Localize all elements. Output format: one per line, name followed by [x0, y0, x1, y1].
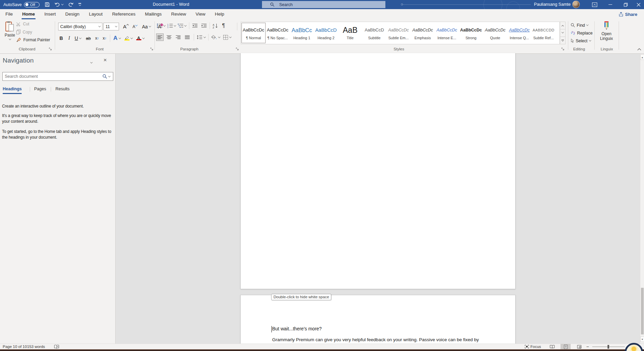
justify-button[interactable]: [184, 33, 191, 41]
tab-file[interactable]: File: [1, 9, 18, 19]
scroll-down-button[interactable]: ▼: [640, 336, 644, 342]
style-emphasis[interactable]: AaBbCcDcEmphasis: [411, 23, 435, 43]
tab-review[interactable]: Review: [166, 9, 191, 19]
grow-font-button[interactable]: A: [123, 24, 128, 29]
clipboard-dialog-launcher[interactable]: [48, 47, 52, 51]
customize-quick-access-button[interactable]: [76, 0, 84, 9]
tab-layout[interactable]: Layout: [84, 9, 108, 19]
focus-mode-button[interactable]: Focus: [525, 344, 541, 349]
change-case-button[interactable]: Aa: [142, 24, 151, 29]
zoom-slider-thumb[interactable]: [607, 345, 609, 349]
share-button[interactable]: Share: [619, 9, 637, 19]
redo-button[interactable]: [66, 0, 76, 9]
style-intense-quote[interactable]: AaBbCcDcIntense Q...: [507, 23, 532, 43]
style-heading-2[interactable]: AaBbCcDHeading 2: [314, 23, 338, 43]
navigation-search-button[interactable]: [99, 72, 113, 80]
tab-design[interactable]: Design: [61, 9, 84, 19]
find-button[interactable]: Find: [571, 22, 593, 28]
style-title[interactable]: AaBTitle: [338, 23, 362, 43]
word-count[interactable]: 153 words: [27, 344, 45, 349]
font-color-button[interactable]: A: [136, 36, 144, 41]
shading-button[interactable]: [211, 35, 220, 40]
web-layout-button[interactable]: [574, 344, 584, 349]
document-text-line[interactable]: But wait...there's more?: [272, 326, 322, 331]
account-name[interactable]: Pauliansang Samte: [530, 0, 571, 9]
style-subtle-emphasis[interactable]: AaBbCcDcSubtle Em...: [386, 23, 411, 43]
navigation-search-box[interactable]: [2, 72, 113, 81]
save-button[interactable]: [42, 0, 52, 9]
nav-tab-headings[interactable]: Headings: [3, 87, 22, 91]
format-painter-button[interactable]: Format Painter: [16, 37, 50, 42]
open-linguix-button[interactable]: Open Linguix: [597, 21, 616, 46]
highlight-color-button[interactable]: [124, 36, 133, 41]
font-family-combo[interactable]: Calibri (Body): [58, 23, 102, 30]
navigation-close-button[interactable]: ×: [103, 57, 107, 64]
font-dialog-launcher[interactable]: [150, 47, 154, 51]
sort-button[interactable]: AZ: [213, 23, 218, 28]
style-subtle-reference[interactable]: AABBCCDDSubtle Ref...: [531, 23, 556, 43]
styles-scroll-down-button[interactable]: [560, 29, 566, 37]
italic-button[interactable]: I: [68, 36, 70, 41]
nav-tab-pages[interactable]: Pages: [34, 87, 46, 91]
strikethrough-button[interactable]: ab: [86, 36, 91, 41]
style-subtitle[interactable]: AaBbCcDSubtitle: [362, 23, 387, 43]
print-layout-button[interactable]: [560, 344, 571, 349]
style-strong[interactable]: AaBbCcDcStrong: [459, 23, 483, 43]
style-quote[interactable]: AaBbCcDcQuote: [483, 23, 507, 43]
shrink-font-button[interactable]: A: [133, 24, 137, 29]
avatar[interactable]: [572, 1, 580, 8]
align-left-button[interactable]: [156, 33, 164, 41]
align-center-button[interactable]: [165, 33, 173, 41]
tab-insert[interactable]: Insert: [40, 9, 61, 19]
show-hide-pilcrow-button[interactable]: ¶: [222, 23, 225, 29]
document-page-9[interactable]: [240, 53, 516, 289]
select-button[interactable]: Select: [571, 38, 593, 44]
page-indicator[interactable]: Page 10 of 10: [3, 344, 27, 349]
scrollbar-thumb[interactable]: [641, 288, 644, 334]
search-box[interactable]: Search: [262, 1, 385, 8]
style-heading-1[interactable]: AaBbCcHeading 1: [290, 23, 314, 43]
tab-references[interactable]: References: [108, 9, 140, 19]
copy-button[interactable]: Copy: [16, 29, 32, 34]
paragraph-dialog-launcher[interactable]: [235, 47, 239, 51]
superscript-button[interactable]: x2: [103, 36, 106, 41]
collapse-ribbon-button[interactable]: [637, 48, 642, 51]
navigation-options-dropdown[interactable]: [91, 60, 92, 65]
tab-view[interactable]: View: [191, 9, 210, 19]
scroll-up-button[interactable]: ▲: [640, 54, 644, 60]
autosave-toggle[interactable]: Off: [24, 2, 40, 7]
tab-home[interactable]: Home: [18, 9, 40, 19]
style-no-spacing[interactable]: AaBbCcDc¶ No Spac...: [266, 23, 290, 43]
multilevel-list-button[interactable]: [178, 23, 186, 28]
ribbon-display-options-button[interactable]: [587, 0, 602, 9]
close-button[interactable]: [631, 0, 644, 9]
zoom-out-button[interactable]: −: [586, 344, 589, 349]
vertical-scrollbar[interactable]: ▲ ▼: [640, 54, 644, 344]
nav-tab-results[interactable]: Results: [55, 87, 70, 91]
bold-button[interactable]: B: [59, 36, 63, 41]
proofing-errors-button[interactable]: [54, 344, 59, 349]
undo-button[interactable]: [52, 0, 66, 9]
decrease-indent-button[interactable]: [192, 23, 198, 28]
numbering-button[interactable]: 123: [167, 23, 176, 28]
bullets-button[interactable]: [157, 23, 165, 28]
cut-button[interactable]: Cut: [16, 22, 29, 26]
styles-more-button[interactable]: [560, 37, 566, 44]
read-mode-button[interactable]: [547, 344, 557, 349]
minimize-button[interactable]: [602, 0, 618, 9]
tab-help[interactable]: Help: [210, 9, 229, 19]
document-text-line[interactable]: Grammarly Premium can give you very help…: [272, 337, 479, 342]
text-effects-button[interactable]: A: [113, 35, 120, 42]
increase-indent-button[interactable]: [201, 23, 207, 28]
replace-button[interactable]: bc Replace: [571, 30, 593, 36]
style-normal[interactable]: AaBbCcDc¶ Normal: [241, 23, 266, 43]
font-size-combo[interactable]: 11: [103, 23, 119, 30]
line-spacing-button[interactable]: [197, 35, 206, 40]
tab-mailings[interactable]: Mailings: [140, 9, 167, 19]
underline-button[interactable]: U: [75, 36, 81, 41]
borders-button[interactable]: [223, 35, 231, 40]
subscript-button[interactable]: x2: [95, 36, 98, 41]
style-intense-emphasis[interactable]: AaBbCcDcIntense E...: [435, 23, 459, 43]
styles-scroll-up-button[interactable]: [560, 22, 566, 29]
align-right-button[interactable]: [174, 33, 182, 41]
